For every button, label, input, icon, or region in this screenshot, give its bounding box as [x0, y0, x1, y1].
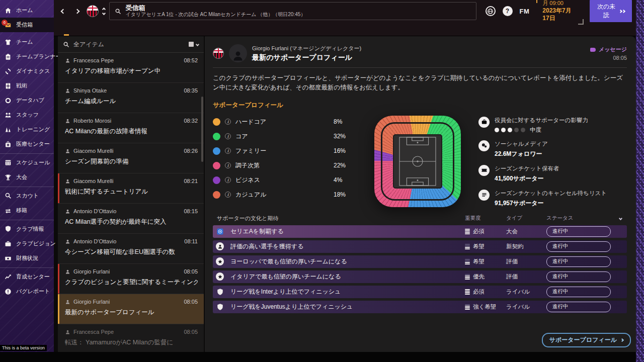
forward-button[interactable] [72, 5, 82, 17]
expectation-row[interactable]: 評価の高い選手を獲得する 希望 新契約 進行中 [213, 240, 627, 253]
case-icon [4, 240, 12, 247]
legend-percentage: 18% [334, 191, 356, 198]
help-icon[interactable]: ? [503, 6, 513, 16]
sidebar-item[interactable]: 大会 [0, 170, 54, 185]
sidebar-item[interactable]: バグレポート [0, 284, 54, 299]
inbox-message-item[interactable]: Giorgio Furlani 08:05 最新のサポータープロフィール [58, 294, 204, 324]
sidebar-item[interactable]: ダイナミクス [0, 64, 54, 78]
info-icon[interactable]: i [225, 119, 231, 125]
tab[interactable] [120, 30, 133, 36]
inbox-message-item[interactable]: Giacomo Murelli 08:26 シーズン開幕前の準備 [58, 143, 204, 173]
screen-title-search[interactable]: 受信箱 イタリアセリエA 1位 - 次の試合 AC Milanセカンドチーム （… [109, 2, 476, 20]
cash-icon [4, 255, 12, 262]
sidebar-item[interactable]: 財務状況 [0, 251, 54, 265]
supporter-profile-button[interactable]: サポータープロフィール [542, 333, 631, 347]
next-unread-button[interactable]: 次の未読 [590, 0, 632, 24]
sidebar-item[interactable]: クラブ情報 [0, 220, 54, 236]
unread-count-badge: 6 [2, 20, 8, 26]
list-scrollbar[interactable] [201, 97, 203, 162]
world-icon[interactable] [486, 6, 496, 16]
sidebar-item[interactable]: スケジュール [0, 153, 54, 170]
importance-cell: 必須 [465, 288, 506, 296]
info-icon[interactable]: i [225, 192, 231, 198]
shield-icon [216, 303, 224, 311]
inbox-search-row [58, 36, 204, 53]
info-icon[interactable]: i [225, 148, 231, 154]
clipboard-icon [4, 53, 12, 60]
info-icon[interactable]: i [225, 177, 231, 183]
message-subject: シーズン開幕前の準備 [65, 157, 198, 166]
inbox-message-item[interactable]: Francesca Pepe 08:05 転送： YamamuroがAC Mil… [58, 324, 204, 352]
expectation-row[interactable]: イタリアで最も信望の厚いチームになる 優先 評価 進行中 [213, 270, 627, 283]
tab[interactable] [60, 30, 73, 36]
inbox-message-item[interactable]: Shinya Otake 08:35 チーム編成ルール [58, 83, 204, 113]
column-status[interactable]: ステータス [546, 215, 622, 222]
message-time: 08:32 [184, 118, 198, 124]
legend-color-dot [213, 162, 220, 169]
sidebar-item-label: ダイナミクス [16, 67, 50, 75]
sort-chevron-icon[interactable] [619, 217, 622, 220]
expectation-label: イタリアで最も信望の厚いチームになる [228, 273, 465, 281]
sidebar-item[interactable]: トレーニング [0, 122, 54, 137]
view-filter-button[interactable] [189, 42, 199, 47]
sidebar-item[interactable]: スタッフ [0, 108, 54, 122]
screen-title: 受信箱 [126, 5, 306, 12]
inbox-search-input[interactable] [73, 41, 185, 48]
tab[interactable] [135, 30, 148, 36]
column-type[interactable]: タイプ [506, 215, 546, 222]
tab[interactable] [75, 30, 88, 36]
sidebar-item-label: スタッフ [16, 111, 39, 119]
column-importance[interactable]: 重要度 [465, 215, 506, 222]
home-icon [4, 7, 12, 14]
sidebar-item[interactable]: クラブビジョン [0, 236, 54, 251]
sidebar-item[interactable]: ホーム [0, 3, 54, 18]
stat-list: ソーシャルメディア 22.6Mフォロワー シーズンチケット保有者 41,500サ… [478, 140, 627, 208]
sidebar-item[interactable]: チーム [0, 35, 54, 49]
tab[interactable] [105, 30, 118, 36]
unread-indicator [58, 53, 59, 82]
inbox-message-item[interactable]: Roberto Morosi 08:32 AC Milanの最新の故障者情報 [58, 113, 204, 143]
sidebar-item[interactable]: 育成センター [0, 267, 54, 284]
message-header: Giorgio Furlani (マネージングディレクター) 最新のサポータープ… [213, 42, 627, 68]
inbox-message-item[interactable]: Giorgio Furlani 08:05 クラブのビジョンと要望に関するミーテ… [58, 264, 204, 294]
expectation-row[interactable]: リーグ戦をJuventusより上位でフィニッシュ 強く希望 ライバル 進行中 [213, 301, 627, 313]
expectation-row[interactable]: リーグ戦をInterより上位でフィニッシュ 必須 ライバル 進行中 [213, 286, 627, 298]
ac-milan-crest[interactable] [87, 5, 99, 17]
person-icon [65, 148, 70, 154]
unread-indicator [58, 173, 59, 203]
sidebar-item[interactable]: チームプランナー [0, 49, 54, 64]
sidebar-item[interactable]: 移籍 [0, 203, 54, 218]
desktop-wallpaper [636, 0, 644, 362]
star-icon [216, 273, 224, 281]
message-time: 08:35 [184, 87, 198, 94]
expectation-row[interactable]: ヨーロッパで最も信望の厚いチームになる 希望 評価 進行中 [213, 255, 627, 268]
unread-indicator [58, 234, 59, 263]
sidebar-item[interactable]: データハブ [0, 93, 54, 108]
expectation-row[interactable]: セリエAを制覇する 必須 大会 進行中 [213, 225, 627, 238]
growth-icon [4, 273, 12, 280]
status-pill: 進行中 [546, 256, 611, 267]
message-body: このクラブのサポータープロフィールと、サポーターがどのようなことをクラブに期待し… [213, 68, 627, 93]
inbox-message-item[interactable]: Antonio D'Ottavio 08:11 今シーズン移籍可能な非EU圏選手… [58, 234, 204, 264]
sidebar-item[interactable]: 6 受信箱 [0, 18, 54, 32]
info-icon[interactable]: i [225, 133, 231, 139]
expectation-label: リーグ戦をJuventusより上位でフィニッシュ [228, 303, 465, 311]
sidebar-item[interactable]: 戦術 [0, 78, 54, 93]
expectation-label: 評価の高い選手を獲得する [228, 242, 465, 251]
fm-logo: FM [520, 8, 530, 15]
inbox-message-item[interactable]: Giacomo Murelli 08:21 戦術に関するチュートリアル [58, 173, 204, 204]
message-tag-icon [590, 48, 596, 52]
star-icon [216, 257, 224, 265]
legend-row: i ファミリー 16% [213, 144, 356, 158]
sidebar-item-label: 受信箱 [16, 21, 33, 29]
inbox-message-item[interactable]: Francesca Pepe 08:52 イタリアの移籍市場がオープン中 [58, 53, 204, 83]
message-panel: Giorgio Furlani (マネージングディレクター) 最新のサポータープ… [205, 36, 636, 352]
legend-color-dot [213, 191, 220, 199]
tab[interactable] [90, 30, 103, 36]
inbox-message-item[interactable]: Antonio D'Ottavio 08:15 AC Milan選手の契約が最終… [58, 204, 204, 234]
sidebar-item[interactable]: スカウト [0, 187, 54, 203]
back-button[interactable] [58, 5, 68, 17]
info-icon[interactable]: i [225, 162, 231, 168]
club-switcher[interactable] [103, 8, 105, 15]
sidebar-item[interactable]: 医療センター [0, 137, 54, 151]
